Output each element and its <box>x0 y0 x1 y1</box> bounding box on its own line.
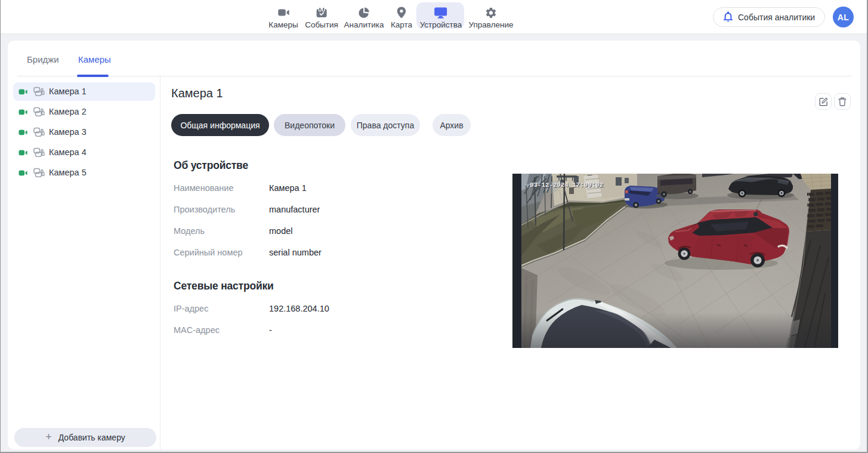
svg-text:03-12-2024 17:09:02: 03-12-2024 17:09:02 <box>530 181 603 189</box>
